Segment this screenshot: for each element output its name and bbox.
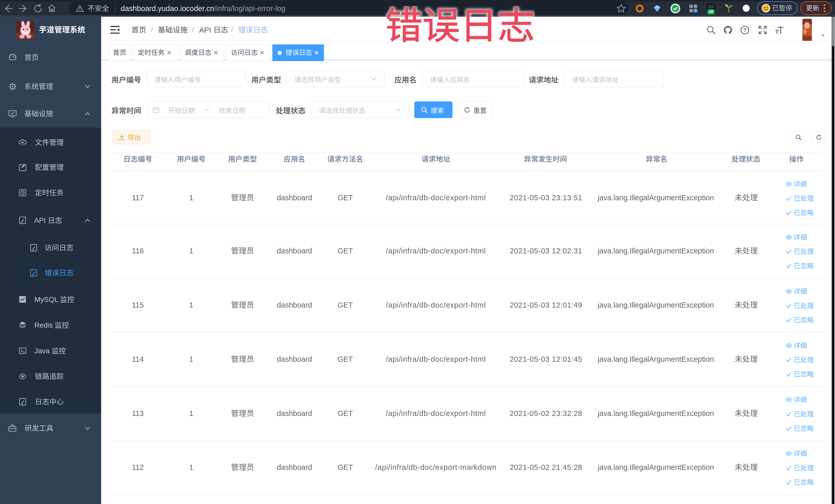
svg-text:off: off — [709, 10, 713, 14]
svg-text:?: ? — [744, 27, 747, 33]
